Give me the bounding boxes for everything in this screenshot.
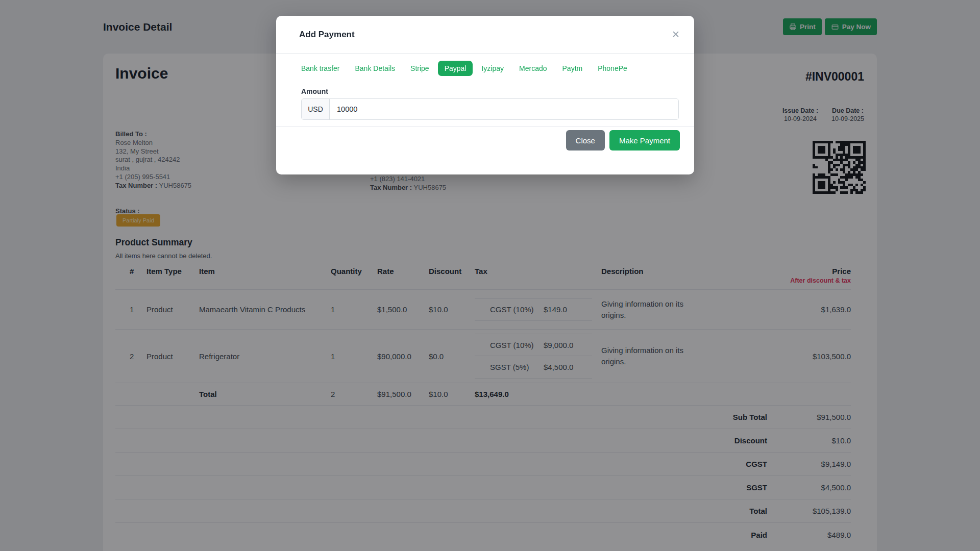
tab-phonepe[interactable]: PhonePe bbox=[591, 61, 634, 76]
close-button[interactable]: Close bbox=[566, 130, 605, 151]
amount-input[interactable] bbox=[330, 99, 678, 119]
tab-stripe[interactable]: Stripe bbox=[404, 61, 436, 76]
close-icon[interactable]: ✕ bbox=[672, 30, 680, 39]
make-payment-button[interactable]: Make Payment bbox=[609, 130, 680, 151]
tab-bank-transfer[interactable]: Bank trasfer bbox=[295, 61, 346, 76]
modal-title: Add Payment bbox=[299, 30, 355, 40]
amount-label: Amount bbox=[301, 87, 694, 95]
tab-paytm[interactable]: Paytm bbox=[556, 61, 590, 76]
currency-prefix: USD bbox=[302, 99, 330, 119]
tab-mercado[interactable]: Mercado bbox=[512, 61, 553, 76]
tab-paypal[interactable]: Paypal bbox=[438, 61, 473, 76]
modal-footer: Close Make Payment bbox=[276, 126, 694, 151]
payment-method-tabs: Bank trasfer Bank Details Stripe Paypal … bbox=[295, 61, 694, 76]
tab-iyzipay[interactable]: Iyzipay bbox=[475, 61, 510, 76]
modal-header: Add Payment ✕ bbox=[276, 16, 694, 54]
amount-input-group: USD bbox=[301, 98, 679, 120]
tab-bank-details[interactable]: Bank Details bbox=[348, 61, 402, 76]
add-payment-modal: Add Payment ✕ Bank trasfer Bank Details … bbox=[276, 16, 694, 174]
